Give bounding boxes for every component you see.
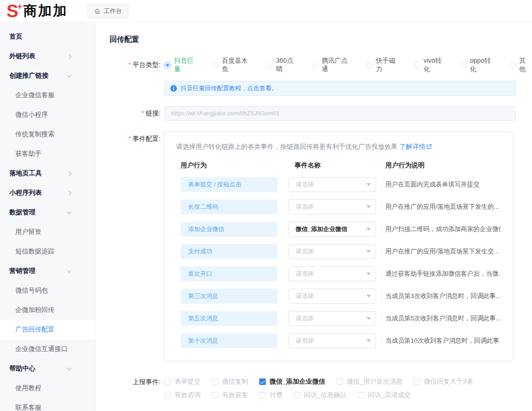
external-link-icon [426, 144, 432, 149]
sidebar-item-14[interactable]: 微信号码包 [0, 281, 95, 300]
sidebar-item-16[interactable]: 广告回传配置 [0, 320, 95, 339]
tutorial-banner[interactable]: 抖音巨量回传配置教程，点击查看。 [164, 81, 516, 96]
sidebar-item-20[interactable]: 联系客服 [0, 398, 95, 411]
link-input[interactable]: https://wl.shangjiake.com/l/bZ5JN3sm01 [164, 106, 516, 121]
sidebar-item-6[interactable]: 传统复制搜索 [0, 125, 95, 144]
behavior-description: 用户在页面内完成表单填写并提交 [385, 180, 501, 189]
report-event-checkbox[interactable]: 有效获客 [212, 391, 248, 399]
radio-icon [414, 62, 420, 68]
report-events-label: 上报事件: [109, 378, 161, 386]
checkbox-icon [212, 392, 218, 398]
behavior-cell: 添加企业微信 [181, 222, 277, 237]
event-select[interactable]: 请选择 [289, 177, 376, 192]
platform-radio[interactable]: vivo转化 [414, 57, 448, 73]
checkbox-label: 有效获客 [222, 391, 248, 399]
report-event-checkbox[interactable]: 有效咨询 [164, 391, 201, 399]
report-event-checkbox[interactable]: 微信_用户首次消息 [337, 378, 403, 386]
sidebar-item-label: 微信号码包 [15, 286, 48, 295]
learn-more-link[interactable]: 了解详情 [399, 143, 432, 150]
report-event-checkbox[interactable]: 付费 [259, 391, 283, 399]
col-event-name: 事件名称 [289, 161, 385, 170]
event-select[interactable]: 请选择 [289, 289, 376, 304]
sidebar-item-label: 获客助手 [15, 150, 41, 158]
platform-radio[interactable]: 其他 [509, 57, 532, 73]
logo-s-mark: S+ [7, 2, 21, 20]
checkbox-icon [414, 378, 420, 385]
sidebar-item-3[interactable]: 创建推广链接 [0, 66, 95, 86]
platform-radio[interactable]: 抖音巨量 [164, 57, 200, 73]
checkbox-label: 表单提交 [175, 378, 201, 386]
event-config-panel: 请选择用户转化链路上的各类事件，按链路回传将更有利于优化广告投放效果 了解详情 … [164, 132, 512, 361]
radio-icon [266, 62, 273, 68]
radio-icon [164, 62, 171, 68]
platform-radio[interactable]: oppo转化 [460, 57, 498, 73]
select-value: 请选择 [296, 314, 314, 323]
event-select[interactable]: 请选择 [289, 311, 376, 326]
page-title: 回传配置 [109, 35, 532, 45]
col-behavior-description: 用户行为说明 [385, 161, 501, 170]
logo-plus-mark: + [17, 2, 21, 11]
radio-label: 腾讯广点通 [322, 57, 354, 73]
platform-radio[interactable]: 360点睛 [266, 57, 300, 73]
event-row: 第十次消息 请选择 当成员第10次收到客户消息时，回调此事... [181, 333, 501, 348]
radio-icon [460, 62, 467, 68]
platform-radio[interactable]: 快手磁力 [366, 57, 402, 73]
workbench-button[interactable]: 工作台 [88, 4, 128, 18]
platform-radio[interactable]: 百度基木鱼 [212, 57, 254, 73]
sidebar-item-13[interactable]: 营销管理 [0, 261, 95, 281]
event-table-body: 表单提交 / 按钮点击 请选择 用户在页面内完成表单填写并提交 长按二维码 请选… [181, 177, 501, 348]
radio-label: oppo转化 [470, 57, 498, 73]
sidebar-item-15[interactable]: 企微加粉回传 [0, 300, 95, 320]
report-events-row: 上报事件: 表单提交 微信复制 微信_添加企业微信 微信_用户首次消息 微信回复… [109, 378, 532, 399]
sidebar-item-10[interactable]: 数据管理 [0, 203, 95, 222]
sidebar-item-9[interactable]: 小程序列表 [0, 183, 95, 203]
chevron-down-icon [67, 365, 72, 370]
report-event-checkbox[interactable]: 回访_高潜成交 [358, 391, 411, 399]
sidebar-item-8[interactable]: 落地页工具 [0, 164, 95, 183]
event-select[interactable]: 请选择 [289, 199, 376, 214]
chevron-down-icon [366, 339, 371, 342]
behavior-description: 用户扫描二维码，成功添加商家的企业微信 [385, 225, 501, 233]
sidebar-item-18[interactable]: 帮助中心 [0, 359, 95, 378]
select-value: 请选择 [296, 292, 314, 300]
sidebar-item-4[interactable]: 企业微信客服 [0, 86, 95, 105]
main-content: 回传配置 平台类型: 抖音巨量 百度基木鱼 360点睛 腾讯广点通 快手磁力 v… [95, 22, 532, 411]
tutorial-banner-text: 抖音巨量回传配置教程，点击查看。 [181, 84, 277, 93]
select-value: 请选择 [296, 337, 314, 345]
select-value: 请选择 [296, 270, 314, 278]
sidebar-item-5[interactable]: 微信小程序 [0, 105, 95, 125]
sidebar-item-17[interactable]: 企业微信互通接口 [0, 339, 95, 359]
event-select[interactable]: 请选择 [289, 266, 376, 281]
sidebar-item-label: 短信数据追踪 [15, 247, 54, 256]
logo-text: 商加加 [23, 4, 68, 18]
select-value: 请选择 [296, 247, 314, 256]
event-select[interactable]: 请选择 [289, 333, 376, 348]
checkbox-icon [337, 378, 343, 385]
sidebar-item-19[interactable]: 使用教程 [0, 378, 95, 398]
report-event-checkbox[interactable]: 微信回复大于3条 [414, 378, 473, 386]
sidebar-item-12[interactable]: 短信数据追踪 [0, 242, 95, 261]
sidebar-item-1[interactable]: 首页 [0, 27, 95, 46]
event-select[interactable]: 请选择 [289, 244, 376, 259]
sidebar-item-7[interactable]: 获客助手 [0, 144, 95, 164]
sidebar-item-label: 企微加粉回传 [15, 306, 54, 314]
sidebar-item-2[interactable]: 外链列表 [0, 46, 95, 66]
report-event-checkbox[interactable]: 微信_添加企业微信 [259, 378, 325, 386]
event-config-row: 事件配置: 请选择用户转化链路上的各类事件，按链路回传将更有利于优化广告投放效果… [109, 132, 532, 361]
event-row: 首次开口 请选择 通过获客助手链接添加微信客户后，当微... [181, 266, 501, 281]
checkbox-icon [294, 392, 300, 398]
behavior-cell: 长按二维码 [181, 199, 277, 214]
sidebar-item-11[interactable]: 用户留资 [0, 222, 95, 242]
workbench-label: 工作台 [104, 7, 122, 15]
report-event-checkbox[interactable]: 表单提交 [164, 378, 201, 386]
event-select[interactable]: 微信_添加企业微信 [289, 222, 376, 237]
report-event-checkbox[interactable]: 回访_信息确认 [294, 391, 347, 399]
checkbox-icon [164, 392, 171, 398]
radio-icon [509, 62, 516, 68]
report-event-checkbox[interactable]: 微信复制 [212, 378, 248, 386]
chevron-down-icon [366, 183, 371, 186]
checkbox-label: 微信_用户首次消息 [347, 378, 403, 386]
sidebar-item-label: 数据管理 [9, 208, 35, 217]
platform-radio[interactable]: 腾讯广点通 [312, 57, 354, 73]
link-label: 链接: [109, 109, 161, 118]
